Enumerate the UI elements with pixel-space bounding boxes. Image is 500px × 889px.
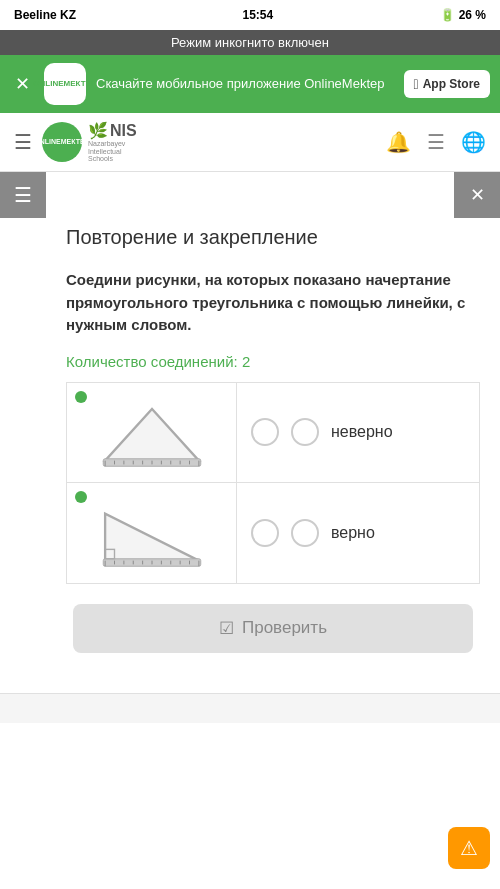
bottom-bar [0,693,500,723]
check-button-area: ☑ Проверить [66,584,480,673]
match-right-2: верно [237,483,479,583]
check-button[interactable]: ☑ Проверить [73,604,473,653]
triangle-image-2 [92,495,212,570]
match-word-1: неверно [331,423,465,441]
match-container: неверно [66,382,480,584]
status-bar: Beeline KZ 15:54 🔋 26 % [0,0,500,30]
match-row: неверно [67,383,479,483]
connected-indicator [75,391,87,403]
close-button[interactable]: ✕ [454,172,500,218]
nis-label: NIS [110,122,137,140]
radio-group-1 [251,418,319,446]
time-text: 15:54 [242,8,273,22]
battery-text: 🔋 26 % [440,8,486,22]
bell-icon[interactable]: 🔔 [386,130,411,154]
nav-bar: ☰ ONLINE МЕКТЕП 🌿 NIS NazarbayevIntellec… [0,113,500,172]
promo-banner: ✕ ONLINE МЕКТЕП Скачайте мобильное прило… [0,55,500,113]
sidebar-toggle-button[interactable]: ☰ [0,172,46,218]
connections-count: Количество соединений: 2 [66,353,480,370]
check-label: Проверить [242,618,327,638]
leaf-icon: 🌿 [88,121,108,140]
connected-indicator [75,491,87,503]
radio-button-1b[interactable] [291,418,319,446]
svg-marker-28 [105,514,199,561]
apple-icon:  [414,76,419,92]
match-image-left-1 [67,383,237,482]
nis-top: 🌿 NIS [88,121,137,140]
triangle-image-1 [92,395,212,470]
warning-badge[interactable]: ⚠ [448,827,490,869]
promo-description: Скачайте мобильное приложение OnlineMekt… [96,76,394,93]
battery-icon: 🔋 [440,8,455,22]
nav-icons: 🔔 ☰ 🌐 [386,130,486,154]
carrier-text: Beeline KZ [14,8,76,22]
incognito-bar: Режим инкогнито включен [0,30,500,55]
content-wrapper: ☰ ✕ Повторение и закрепление Соедини рис… [0,172,500,693]
match-row: верно [67,483,479,583]
page-title: Повторение и закрепление [66,226,480,249]
radio-group-2 [251,519,319,547]
app-store-label: App Store [423,77,480,91]
radio-button-2a[interactable] [251,519,279,547]
main-content: Повторение и закрепление Соедини рисунки… [0,172,500,693]
match-word-2: верно [331,524,465,542]
check-icon: ☑ [219,618,234,639]
radio-button-2b[interactable] [291,519,319,547]
warning-icon: ⚠ [460,836,478,860]
list-icon[interactable]: ☰ [427,130,445,154]
globe-icon[interactable]: 🌐 [461,130,486,154]
svg-marker-13 [105,409,199,461]
nis-logo: 🌿 NIS NazarbayevIntellectualSchools [88,121,137,163]
radio-button-1a[interactable] [251,418,279,446]
hamburger-icon[interactable]: ☰ [14,130,32,154]
promo-close-icon[interactable]: ✕ [10,73,34,95]
incognito-text: Режим инкогнито включен [171,35,329,50]
promo-logo: ONLINE МЕКТЕП [44,63,86,105]
app-store-button[interactable]:  App Store [404,70,490,98]
match-image-left-2 [67,483,237,583]
match-right-1: неверно [237,383,479,482]
online-mektep-logo: ONLINE МЕКТЕП [42,122,82,162]
nis-subtitle: NazarbayevIntellectualSchools [88,140,125,163]
nav-logo-area: ONLINE МЕКТЕП 🌿 NIS NazarbayevIntellectu… [42,121,376,163]
task-description: Соедини рисунки, на которых показано нач… [66,269,480,337]
